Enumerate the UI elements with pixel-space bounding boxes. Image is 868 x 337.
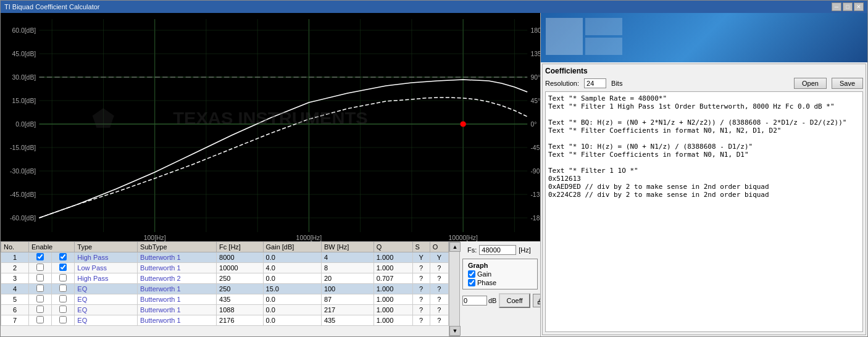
cell-en1[interactable] xyxy=(28,252,51,263)
col-bw: BW [Hz] xyxy=(321,242,373,252)
right-sidebar: Coefficients Resolution: Bits Open Save … xyxy=(540,13,867,336)
cell-gain: 0.0 xyxy=(263,315,321,326)
coeff-text-area[interactable]: Text "* Sample Rate = 48000*" Text "* Fi… xyxy=(545,91,863,332)
svg-text:0.0[dB]: 0.0[dB] xyxy=(15,121,36,128)
enable-checkbox-2[interactable] xyxy=(59,274,67,281)
win-tile-3 xyxy=(585,38,622,55)
svg-text:15.0[dB]: 15.0[dB] xyxy=(12,98,36,104)
cell-subtype: Butterworth 1 xyxy=(138,284,217,294)
printer-button[interactable]: 🖨 xyxy=(533,294,540,307)
cell-s: ? xyxy=(412,315,430,326)
enable-checkbox-1[interactable] xyxy=(36,264,44,271)
enable-checkbox-2[interactable] xyxy=(59,306,67,313)
phase-checkbox[interactable] xyxy=(468,279,475,286)
cell-en2[interactable] xyxy=(52,273,75,284)
cell-en2[interactable] xyxy=(52,284,75,294)
cell-type: Low Pass xyxy=(75,263,138,273)
enable-checkbox-2[interactable] xyxy=(59,316,67,323)
filter-table: No. Enable Type SubType Fc [Hz] Gain [dB… xyxy=(1,241,449,326)
fs-input[interactable] xyxy=(479,245,516,255)
svg-text:30.0[dB]: 30.0[dB] xyxy=(12,74,36,81)
svg-text:⬟: ⬟ xyxy=(92,105,115,133)
enable-checkbox-2[interactable] xyxy=(59,285,67,292)
enable-checkbox-1[interactable] xyxy=(36,274,44,281)
open-button[interactable]: Open xyxy=(794,78,827,89)
cell-q: 1.000 xyxy=(373,263,412,273)
svg-text:100[Hz]: 100[Hz] xyxy=(144,235,166,241)
cell-en1[interactable] xyxy=(28,294,51,305)
cell-type: EQ xyxy=(75,305,138,315)
cell-en2[interactable] xyxy=(52,294,75,305)
enable-checkbox-2[interactable] xyxy=(59,295,67,302)
cell-bw: 4 xyxy=(321,252,373,263)
cell-en1[interactable] xyxy=(28,305,51,315)
chart-svg: 60.0[dB] 45.0[dB] 30.0[dB] 15.0[dB] 0.0[… xyxy=(1,13,540,241)
cell-subtype: Butterworth 1 xyxy=(138,315,217,326)
cell-gain: 15.0 xyxy=(263,284,321,294)
fs-unit: [Hz] xyxy=(519,246,531,254)
coeff-button[interactable]: Coeff xyxy=(499,293,530,308)
svg-text:60.0[dB]: 60.0[dB] xyxy=(12,27,36,34)
scroll-down-button[interactable]: ▼ xyxy=(449,326,461,336)
col-fc: Fc [Hz] xyxy=(217,242,263,252)
cell-subtype: Butterworth 1 xyxy=(138,305,217,315)
cell-bw: 217 xyxy=(321,305,373,315)
enable-checkbox-1[interactable] xyxy=(36,316,44,323)
bits-label: Bits xyxy=(611,80,622,87)
enable-checkbox-2[interactable] xyxy=(59,253,67,260)
table-row: 6 EQ Butterworth 1 1088 0.0 217 1.000 ? … xyxy=(1,305,449,315)
cell-s: ? xyxy=(412,294,430,305)
cell-en1[interactable] xyxy=(28,315,51,326)
cell-bw: 435 xyxy=(321,315,373,326)
cell-no: 6 xyxy=(1,305,29,315)
filter-table-wrapper[interactable]: No. Enable Type SubType Fc [Hz] Gain [dB… xyxy=(1,241,449,336)
cell-type: High Pass xyxy=(75,252,138,263)
graph-box-title: Graph xyxy=(468,262,532,269)
cell-en2[interactable] xyxy=(52,305,75,315)
minimize-button[interactable]: ─ xyxy=(832,2,841,11)
svg-text:45°: 45° xyxy=(530,98,540,104)
svg-text:90°: 90° xyxy=(530,74,540,81)
gain-checkbox[interactable] xyxy=(468,270,475,278)
svg-text:-135°: -135° xyxy=(530,191,540,198)
cell-subtype: Butterworth 1 xyxy=(138,252,217,263)
cell-gain: 0.0 xyxy=(263,305,321,315)
db-input[interactable] xyxy=(462,296,487,306)
cell-fc: 250 xyxy=(217,284,263,294)
cell-en2[interactable] xyxy=(52,315,75,326)
table-row: 4 EQ Butterworth 1 250 15.0 100 1.000 ? … xyxy=(1,284,449,294)
cell-no: 1 xyxy=(1,252,29,263)
cell-en1[interactable] xyxy=(28,263,51,273)
maximize-button[interactable]: □ xyxy=(843,2,853,11)
table-area: No. Enable Type SubType Fc [Hz] Gain [dB… xyxy=(1,241,540,336)
svg-point-21 xyxy=(461,122,465,127)
svg-text:45.0[dB]: 45.0[dB] xyxy=(12,51,36,57)
resolution-input[interactable] xyxy=(584,78,606,88)
cell-o: ? xyxy=(430,315,448,326)
save-button[interactable]: Save xyxy=(832,78,863,89)
cell-no: 5 xyxy=(1,294,29,305)
enable-checkbox-1[interactable] xyxy=(36,253,44,260)
cell-en2[interactable] xyxy=(52,263,75,273)
scroll-up-button[interactable]: ▲ xyxy=(449,242,461,252)
svg-text:-15.0[dB]: -15.0[dB] xyxy=(10,144,36,151)
cell-subtype: Butterworth 2 xyxy=(138,273,217,284)
cell-en1[interactable] xyxy=(28,284,51,294)
close-button[interactable]: ✕ xyxy=(854,2,864,11)
cell-bw: 100 xyxy=(321,284,373,294)
cell-type: EQ xyxy=(75,284,138,294)
cell-en2[interactable] xyxy=(52,252,75,263)
fs-row: Fs: [Hz] xyxy=(462,244,538,256)
cell-gain: 0.0 xyxy=(263,252,321,263)
svg-text:-180°: -180° xyxy=(530,215,540,222)
cell-q: 1.000 xyxy=(373,315,412,326)
windows-background xyxy=(541,13,867,62)
cell-no: 3 xyxy=(1,273,29,284)
enable-checkbox-1[interactable] xyxy=(36,285,44,292)
enable-checkbox-1[interactable] xyxy=(36,306,44,313)
coeff-panel: Coefficients Resolution: Bits Open Save … xyxy=(542,64,866,335)
chart-area: 60.0[dB] 45.0[dB] 30.0[dB] 15.0[dB] 0.0[… xyxy=(1,13,540,241)
cell-en1[interactable] xyxy=(28,273,51,284)
enable-checkbox-1[interactable] xyxy=(36,295,44,302)
enable-checkbox-2[interactable] xyxy=(59,264,67,271)
